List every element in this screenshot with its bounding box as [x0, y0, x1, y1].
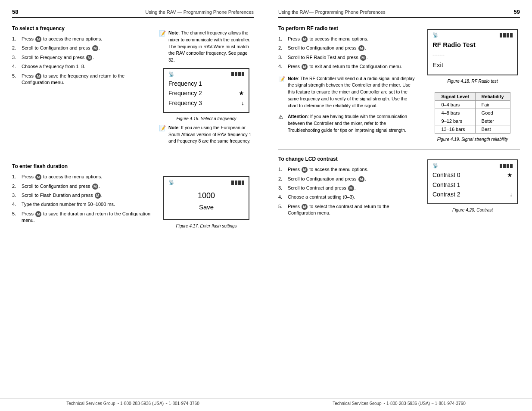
contrast-step-2: 2. Scroll to Configuration and press M. [278, 176, 418, 182]
flash-save: Save [168, 202, 244, 212]
antenna-icon-3: 📡 [432, 32, 439, 38]
flash-step-1: 1. Press M to access the menu options. [12, 174, 152, 180]
battery-icon-2 [231, 181, 244, 185]
signal-table-container: Signal Level Reliability 0–4 bars Fair [425, 92, 520, 142]
m-icon: M [35, 211, 41, 217]
rf-title: RF Radio Test [432, 40, 513, 50]
m-icon: M [92, 45, 98, 51]
m-icon: M [35, 73, 41, 79]
step-5: 5. Press M to save the frequency and ret… [12, 73, 152, 86]
rf-step-4: 4. Press M to exit and return to the Con… [278, 63, 418, 70]
signal-strength-table: Signal Level Reliability 0–4 bars Fair [435, 92, 510, 134]
flash-step-2: 2. Scroll to Configuration and press M. [12, 183, 152, 190]
m-icon: M [86, 55, 92, 61]
step-3: 3. Scroll to Frequency and press M. [12, 54, 152, 61]
antenna-icon-2: 📡 [168, 180, 174, 185]
signal-row-1: 0–4 bars Fair [435, 101, 510, 109]
m-icon: M [348, 185, 354, 191]
m-icon: M [35, 36, 41, 42]
section-title-contrast: To change LCD contrast [278, 156, 418, 162]
m-icon: M [35, 174, 41, 180]
rf-divider: ------- [432, 51, 513, 59]
section-rf-radio: To perform RF radio test 1. Press M to a… [278, 25, 520, 142]
section-title-rf: To perform RF radio test [278, 25, 418, 31]
flash-step-4: 4. Type the duration number from 50–1000… [12, 201, 152, 208]
left-header: 58 Using the RAV — Programming Phone Pre… [12, 9, 254, 18]
fig-418-caption: Figure 4.18. RF Radio test [425, 79, 520, 84]
rf-step-2: 2. Scroll to Configuration and press M. [278, 45, 418, 51]
right-page: Using the RAV— Programming Phone Prefere… [266, 0, 532, 411]
m-icon: M [95, 193, 101, 199]
left-page: 58 Using the RAV — Programming Phone Pre… [0, 0, 266, 411]
m-icon: M [302, 36, 308, 42]
freq-row-1: Frequency 1 [168, 79, 244, 88]
contrast-row-1: Contrast 1 [432, 180, 513, 190]
note-rf: 📝 Note: The RF Controller will send out … [278, 75, 418, 109]
reliability-header: Reliability [475, 93, 510, 101]
contrast-screen-content: Contrast 0★ Contrast 1 Contrast 2↓ [432, 170, 513, 199]
m-icon: M [302, 64, 308, 70]
note-frequency-2: 📝 Note: If you are using the European or… [159, 125, 254, 145]
flash-steps: 1. Press M to access the menu options. 2… [12, 174, 152, 224]
section-select-frequency: To select a frequency 1. Press M to acce… [12, 25, 254, 149]
fig-420-caption: Figure 4.20. Contrast [425, 208, 520, 212]
right-page-num: 59 [514, 9, 520, 15]
left-footer: Technical Services Group ~ 1-800-283-593… [0, 398, 266, 406]
attention-icon: ⚠ [278, 113, 285, 134]
signal-row-2: 4–8 bars Good [435, 109, 510, 117]
attention-rf: ⚠ Attention: If you are having trouble w… [278, 113, 418, 134]
m-icon: M [302, 167, 308, 173]
section-title-frequency: To select a frequency [12, 25, 152, 31]
rf-screen: 📡 RF Radio Test ------- Exit [427, 29, 518, 75]
note-icon: 📝 [159, 30, 166, 64]
contrast-step-3: 3. Scroll to Contract and press M. [278, 185, 418, 191]
m-icon: M [302, 204, 308, 210]
rf-screen-content: RF Radio Test ------- Exit [432, 40, 513, 70]
rf-exit: Exit [432, 60, 513, 70]
step-4: 4. Choose a frequency from 1–8. [12, 63, 152, 70]
contrast-steps: 1. Press M to access the menu options. 2… [278, 166, 418, 216]
left-page-num: 58 [12, 9, 18, 15]
antenna-icon: 📡 [168, 72, 174, 77]
section-title-flash: To enter flash duration [12, 163, 152, 169]
contrast-step-4: 4. Choose a contrast setting (0–3). [278, 194, 418, 200]
m-icon: M [358, 176, 364, 182]
rf-steps: 1. Press M to access the menu options. 2… [278, 36, 418, 70]
flash-screen: 📡 1000 Save [163, 176, 249, 220]
section-divider [12, 157, 254, 157]
freq-row-2: Frequency 2★ [168, 88, 244, 98]
step-1: 1. Press M to access the menu options. [12, 36, 152, 42]
freq-row-3: Frequency 3↓ [168, 98, 244, 108]
battery-icon-4 [500, 164, 513, 168]
flash-screen-content: 1000 Save [168, 187, 244, 215]
battery-icon-3 [500, 33, 513, 37]
contrast-row-2: Contrast 2↓ [432, 190, 513, 199]
flash-step-3: 3. Scroll to Flash Duration and press M. [12, 192, 152, 199]
contrast-step-1: 1. Press M to access the menu options. [278, 166, 418, 173]
right-header: Using the RAV— Programming Phone Prefere… [278, 9, 520, 18]
section-lcd-contrast: To change LCD contrast 1. Press M to acc… [278, 156, 520, 221]
contrast-row-0: Contrast 0★ [432, 170, 513, 180]
note-icon-rf: 📝 [278, 75, 285, 109]
m-icon: M [360, 55, 366, 61]
frequency-screen: 📡 Frequency 1 Frequency 2★ Frequency 3↓ [163, 68, 249, 113]
note-icon-2: 📝 [159, 125, 166, 145]
rf-step-3: 3. Scroll to RF Radio Test and press M. [278, 54, 418, 61]
section-flash-duration: To enter flash duration 1. Press M to ac… [12, 163, 254, 229]
contrast-step-5: 5. Press M to select the contrast and re… [278, 203, 418, 217]
note-frequency: 📝 Note: The channel frequency allows the… [159, 30, 254, 64]
rf-step-1: 1. Press M to access the menu options. [278, 36, 418, 42]
contrast-screen: 📡 Contrast 0★ Contrast 1 Contrast 2↓ [427, 159, 518, 204]
step-2: 2. Scroll to Configuration and press M. [12, 45, 152, 51]
left-header-title: Using the RAV — Programming Phone Prefer… [145, 9, 254, 15]
section-divider-2 [278, 149, 520, 150]
frequency-screen-content: Frequency 1 Frequency 2★ Frequency 3↓ [168, 79, 244, 108]
signal-row-4: 13–16 bars Best [435, 125, 510, 134]
frequency-steps: 1. Press M to access the menu options. 2… [12, 36, 152, 86]
antenna-icon-4: 📡 [432, 163, 439, 168]
signal-row-3: 9–12 bars Better [435, 117, 510, 125]
right-footer: Technical Services Group ~ 1-800-283-593… [266, 398, 532, 406]
battery-icon [231, 72, 244, 76]
flash-value: 1000 [168, 190, 244, 202]
m-icon: M [92, 184, 98, 190]
